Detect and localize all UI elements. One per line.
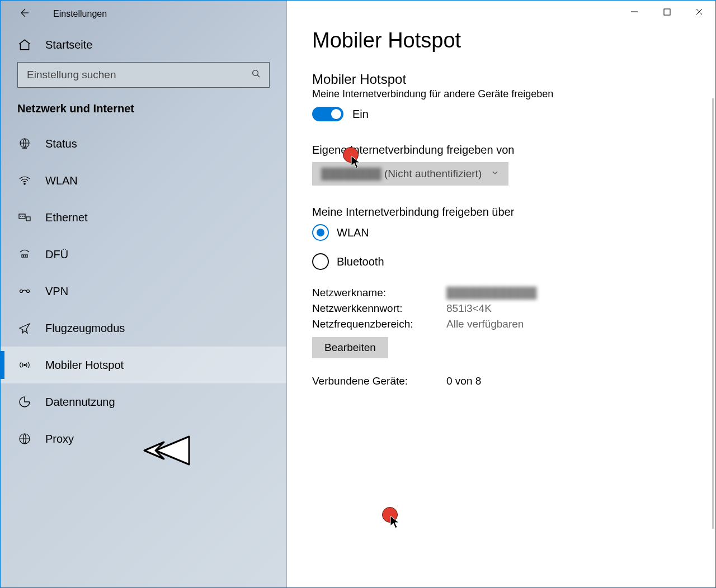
share-from-blurred: ████████ bbox=[321, 168, 381, 180]
sidebar-item-dfu[interactable]: DFÜ bbox=[1, 236, 286, 273]
maximize-button[interactable] bbox=[651, 1, 683, 23]
sidebar-item-status[interactable]: Status bbox=[1, 125, 286, 162]
network-frequency-label: Netzfrequenzbereich: bbox=[312, 318, 446, 330]
close-button[interactable] bbox=[683, 1, 715, 23]
network-password-label: Netzwerkkennwort: bbox=[312, 302, 446, 315]
main-panel: Mobiler Hotspot Mobiler Hotspot Meine In… bbox=[287, 1, 715, 587]
nav-list: Status WLAN Ethernet DFÜ VPN Flugzeugmod… bbox=[1, 125, 286, 587]
svg-point-7 bbox=[25, 255, 26, 257]
network-frequency-value: Alle verfügbaren bbox=[446, 318, 524, 330]
svg-rect-4 bbox=[26, 217, 30, 221]
sidebar-item-label: VPN bbox=[45, 285, 68, 298]
sidebar-item-airplane[interactable]: Flugzeugmodus bbox=[1, 310, 286, 347]
sidebar-item-label: Proxy bbox=[45, 433, 74, 445]
home-label: Startseite bbox=[45, 39, 92, 51]
sidebar-item-hotspot[interactable]: Mobiler Hotspot bbox=[1, 347, 286, 383]
svg-point-6 bbox=[23, 255, 24, 257]
sidebar-item-label: Mobiler Hotspot bbox=[45, 359, 124, 372]
svg-point-2 bbox=[24, 183, 25, 184]
share-from-value: (Nicht authentifiziert) bbox=[384, 168, 482, 180]
sidebar-item-label: Flugzeugmodus bbox=[45, 322, 125, 335]
data-usage-icon bbox=[17, 395, 32, 409]
home-icon bbox=[17, 37, 32, 52]
svg-point-8 bbox=[20, 290, 23, 293]
svg-point-9 bbox=[27, 290, 30, 293]
category-header: Netzwerk und Internet bbox=[1, 102, 286, 125]
connected-devices-label: Verbundene Geräte: bbox=[312, 375, 446, 387]
radio-wlan[interactable]: WLAN bbox=[312, 224, 682, 241]
share-from-label: Eigene Internetverbindung freigeben von bbox=[312, 144, 682, 157]
hotspot-icon bbox=[17, 358, 32, 372]
share-from-dropdown[interactable]: ████████ (Nicht authentifiziert) bbox=[312, 162, 508, 186]
sidebar-item-vpn[interactable]: VPN bbox=[1, 273, 286, 310]
hotspot-toggle[interactable] bbox=[312, 107, 343, 121]
radio-icon bbox=[312, 224, 329, 241]
sidebar: Einstellungen Startseite Netzwerk und In… bbox=[1, 1, 287, 587]
dialup-icon bbox=[17, 248, 32, 261]
connected-devices-value: 0 von 8 bbox=[446, 375, 481, 387]
radio-bluetooth[interactable]: Bluetooth bbox=[312, 253, 682, 270]
sidebar-item-wlan[interactable]: WLAN bbox=[1, 162, 286, 199]
vpn-icon bbox=[17, 284, 32, 298]
sidebar-item-label: Datennutzung bbox=[45, 396, 115, 409]
scrollbar[interactable] bbox=[712, 98, 714, 529]
search-input[interactable] bbox=[26, 68, 251, 82]
network-password-value: 851i3<4K bbox=[446, 302, 492, 315]
back-icon[interactable] bbox=[17, 6, 31, 22]
sidebar-item-proxy[interactable]: Proxy bbox=[1, 420, 286, 457]
wifi-icon bbox=[17, 174, 32, 187]
radio-icon bbox=[312, 253, 329, 270]
svg-rect-12 bbox=[664, 9, 670, 15]
page-title: Mobiler Hotspot bbox=[312, 29, 682, 53]
titlebar bbox=[287, 1, 715, 23]
edit-button[interactable]: Bearbeiten bbox=[312, 337, 388, 358]
section-title: Mobiler Hotspot bbox=[312, 72, 682, 87]
svg-rect-5 bbox=[22, 254, 27, 258]
search-icon bbox=[251, 69, 261, 81]
ethernet-icon bbox=[17, 211, 32, 224]
sidebar-item-label: DFÜ bbox=[45, 248, 68, 261]
search-input-wrapper[interactable] bbox=[17, 62, 270, 88]
section-subtitle: Meine Internetverbindung für andere Gerä… bbox=[312, 88, 682, 100]
share-over-label: Meine Internetverbindung freigeben über bbox=[312, 206, 682, 219]
sidebar-item-home[interactable]: Startseite bbox=[1, 27, 286, 62]
network-name-value: ████████████ bbox=[446, 287, 537, 299]
minimize-button[interactable] bbox=[618, 1, 651, 23]
sidebar-item-label: WLAN bbox=[45, 174, 78, 187]
app-title: Einstellungen bbox=[53, 9, 107, 19]
radio-label: Bluetooth bbox=[337, 255, 384, 268]
svg-point-10 bbox=[24, 364, 26, 366]
radio-label: WLAN bbox=[337, 226, 369, 239]
sidebar-item-label: Ethernet bbox=[45, 211, 88, 224]
airplane-icon bbox=[17, 321, 32, 335]
svg-point-0 bbox=[253, 70, 258, 76]
globe-icon bbox=[17, 432, 32, 445]
sidebar-item-data[interactable]: Datennutzung bbox=[1, 383, 286, 420]
globe-net-icon bbox=[17, 137, 32, 150]
sidebar-item-label: Status bbox=[45, 137, 77, 150]
toggle-label: Ein bbox=[352, 108, 369, 121]
chevron-down-icon bbox=[491, 168, 500, 180]
network-name-label: Netzwerkname: bbox=[312, 287, 446, 299]
sidebar-item-ethernet[interactable]: Ethernet bbox=[1, 199, 286, 236]
